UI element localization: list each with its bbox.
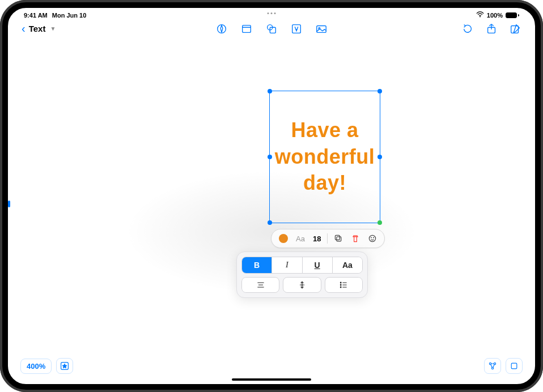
undo-icon[interactable]	[461, 23, 474, 35]
scroll-indicator	[8, 201, 10, 207]
text-tool-icon[interactable]	[290, 23, 303, 35]
svg-point-29	[494, 363, 495, 364]
tool-mode-label[interactable]: Text	[29, 24, 46, 33]
align-horizontal-button[interactable]	[241, 277, 279, 293]
text-box-content[interactable]: Have a wonderful day!	[274, 117, 375, 197]
multitask-dots[interactable]	[268, 12, 276, 14]
font-picker-button[interactable]: Aa	[292, 232, 309, 245]
battery-pct: 100%	[487, 12, 503, 19]
svg-point-23	[341, 284, 342, 286]
collaboration-button[interactable]	[484, 358, 501, 374]
text-format-panel: B I U Aa	[236, 252, 368, 298]
italic-button[interactable]: I	[272, 257, 302, 273]
svg-point-13	[370, 235, 376, 241]
tool-mode-chevron-icon[interactable]: ▼	[50, 25, 56, 32]
status-bar: 9:41 AM Mon Jun 10 100%	[8, 8, 535, 20]
resize-handle-bottom-right[interactable]	[377, 220, 382, 225]
text-case-button[interactable]: Aa	[332, 257, 362, 273]
bold-button[interactable]: B	[242, 257, 272, 273]
home-indicator[interactable]	[232, 378, 311, 381]
freeform-canvas[interactable]: Have a wonderful day! Aa 18	[16, 42, 527, 376]
svg-rect-11	[337, 237, 341, 241]
duplicate-icon[interactable]	[330, 232, 347, 245]
svg-point-25	[341, 287, 342, 288]
svg-point-15	[374, 237, 374, 238]
media-tool-icon[interactable]	[315, 23, 328, 35]
divider	[327, 233, 328, 244]
svg-point-14	[371, 237, 372, 238]
sticky-note-icon[interactable]	[240, 23, 253, 35]
list-button[interactable]	[325, 277, 363, 293]
wifi-icon	[476, 11, 484, 19]
compose-icon[interactable]	[509, 23, 521, 35]
align-vertical-button[interactable]	[283, 277, 321, 293]
svg-rect-31	[511, 363, 517, 369]
zoom-level-button[interactable]: 400%	[20, 359, 52, 374]
favorites-button[interactable]	[56, 358, 73, 374]
svg-point-28	[489, 363, 491, 364]
svg-point-0	[480, 16, 481, 18]
resize-handle-bottom-left[interactable]	[268, 220, 272, 225]
svg-point-21	[341, 282, 342, 283]
selected-text-box[interactable]: Have a wonderful day!	[269, 91, 380, 223]
battery-icon	[506, 12, 519, 18]
text-context-bar: Aa 18	[271, 229, 385, 248]
back-button[interactable]: ‹	[22, 22, 26, 35]
svg-point-30	[491, 367, 493, 369]
text-color-swatch[interactable]	[275, 232, 292, 245]
status-date: Mon Jun 10	[52, 12, 87, 19]
shapes-tool-icon[interactable]	[265, 23, 278, 35]
resize-handle-top-left[interactable]	[268, 89, 272, 93]
emoji-icon[interactable]	[364, 232, 381, 245]
delete-icon[interactable]	[347, 232, 364, 245]
share-icon[interactable]	[485, 23, 498, 35]
pen-tool-icon[interactable]	[215, 23, 228, 35]
minimap-button[interactable]	[506, 358, 523, 374]
resize-handle-mid-left[interactable]	[268, 155, 272, 159]
svg-rect-12	[336, 235, 340, 240]
font-size-value[interactable]: 18	[309, 232, 325, 245]
status-time: 9:41 AM	[24, 12, 48, 19]
resize-handle-mid-right[interactable]	[377, 155, 382, 159]
svg-rect-2	[243, 25, 251, 32]
resize-handle-top-right[interactable]	[377, 89, 382, 93]
underline-button[interactable]: U	[302, 257, 332, 273]
top-toolbar: ‹ Text ▼	[8, 20, 535, 40]
